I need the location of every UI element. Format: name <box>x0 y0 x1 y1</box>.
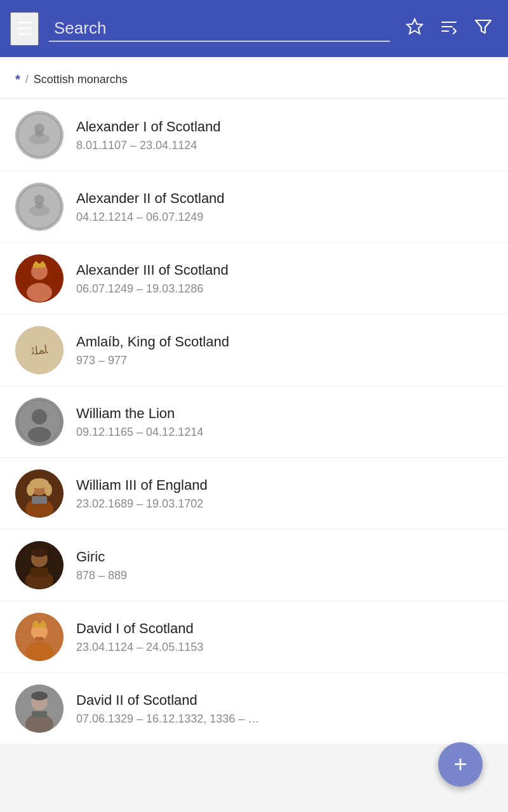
svg-text:ﺎﻤﻠﺋ: ﺎﻤﻠﺋ <box>30 343 49 357</box>
item-dates: 23.04.1124 – 24.05.1153 <box>76 641 493 654</box>
item-name: David II of Scotland <box>76 692 493 709</box>
item-dates: 973 – 977 <box>76 354 493 367</box>
list-item[interactable]: ﺎﻤﻠﺋ Amlaíb, King of Scotland 973 – 977 <box>0 315 508 386</box>
avatar <box>15 398 64 446</box>
list-item[interactable]: William III of England 23.02.1689 – 19.0… <box>0 458 508 530</box>
search-input[interactable] <box>49 16 390 42</box>
svg-rect-43 <box>35 637 44 641</box>
svg-marker-4 <box>476 20 491 33</box>
list-item[interactable]: Giric 878 – 889 <box>0 530 508 601</box>
item-dates: 8.01.1107 – 23.04.1124 <box>76 139 493 152</box>
svg-point-31 <box>27 483 34 496</box>
svg-point-9 <box>35 131 44 137</box>
item-name: William III of England <box>76 477 493 494</box>
breadcrumb-current: Scottish monarchs <box>34 73 128 86</box>
item-info: Alexander I of Scotland 8.01.1107 – 23.0… <box>76 119 493 152</box>
item-info: David II of Scotland 07.06.1329 – 16.12.… <box>76 692 493 726</box>
header-actions <box>400 12 498 46</box>
item-info: William the Lion 09.12.1165 – 04.12.1214 <box>76 405 493 439</box>
svg-point-25 <box>28 427 51 442</box>
add-icon: + <box>453 751 467 778</box>
svg-rect-29 <box>32 496 47 504</box>
item-info: Alexander II of Scotland 04.12.1214 – 06… <box>76 190 493 224</box>
svg-marker-0 <box>407 19 422 34</box>
filter-icon <box>474 17 493 41</box>
list-item[interactable]: William the Lion 09.12.1165 – 04.12.1214 <box>0 386 508 458</box>
list-item[interactable]: Alexander III of Scotland 06.07.1249 – 1… <box>0 243 508 315</box>
favorite-button[interactable] <box>400 12 429 46</box>
item-name: Giric <box>76 549 493 565</box>
star-icon <box>405 17 424 41</box>
menu-button[interactable]: ☰ <box>10 12 39 46</box>
item-info: Amlaíb, King of Scotland 973 – 977 <box>76 334 493 367</box>
svg-rect-48 <box>32 711 47 717</box>
item-dates: 04.12.1214 – 06.07.1249 <box>76 211 493 224</box>
item-dates: 09.12.1165 – 04.12.1214 <box>76 426 493 439</box>
svg-rect-37 <box>30 568 48 577</box>
hamburger-icon: ☰ <box>17 19 32 39</box>
list-item[interactable]: David I of Scotland 23.04.1124 – 24.05.1… <box>0 601 508 673</box>
breadcrumb-root[interactable]: * <box>15 72 20 87</box>
svg-point-24 <box>32 409 47 424</box>
item-info: William III of England 23.02.1689 – 19.0… <box>76 477 493 511</box>
item-dates: 07.06.1329 – 16.12.1332, 1336 – … <box>76 712 493 726</box>
sort-icon <box>439 17 458 41</box>
item-name: Alexander III of Scotland <box>76 262 493 278</box>
add-button[interactable]: + <box>438 742 483 787</box>
avatar <box>15 613 64 661</box>
list-item[interactable]: Alexander I of Scotland 8.01.1107 – 23.0… <box>0 100 508 171</box>
breadcrumb: * / Scottish monarchs <box>0 57 508 97</box>
svg-point-14 <box>35 202 44 209</box>
avatar <box>15 469 64 518</box>
item-dates: 878 – 889 <box>76 569 493 582</box>
avatar <box>15 111 64 159</box>
svg-point-47 <box>31 691 48 700</box>
item-dates: 23.02.1689 – 19.03.1702 <box>76 497 493 511</box>
item-name: Alexander I of Scotland <box>76 119 493 135</box>
item-info: David I of Scotland 23.04.1124 – 24.05.1… <box>76 620 493 654</box>
item-name: Alexander II of Scotland <box>76 190 493 207</box>
svg-point-17 <box>27 283 52 302</box>
monarch-list: Alexander I of Scotland 8.01.1107 – 23.0… <box>0 100 508 745</box>
item-info: Alexander III of Scotland 06.07.1249 – 1… <box>76 262 493 296</box>
avatar: ﺎﻤﻠﺋ <box>15 326 64 374</box>
item-dates: 06.07.1249 – 19.03.1286 <box>76 282 493 296</box>
list-item[interactable]: David II of Scotland 07.06.1329 – 16.12.… <box>0 673 508 745</box>
svg-rect-41 <box>32 624 46 627</box>
avatar <box>15 183 64 231</box>
item-name: William the Lion <box>76 405 493 422</box>
avatar <box>15 684 64 733</box>
svg-point-36 <box>31 548 48 557</box>
item-name: David I of Scotland <box>76 620 493 637</box>
item-name: Amlaíb, King of Scotland <box>76 334 493 350</box>
list-item[interactable]: Alexander II of Scotland 04.12.1214 – 06… <box>0 171 508 243</box>
svg-point-32 <box>44 483 52 496</box>
svg-rect-18 <box>33 265 46 268</box>
avatar <box>15 541 64 589</box>
avatar <box>15 254 64 303</box>
sort-button[interactable] <box>434 12 464 46</box>
item-info: Giric 878 – 889 <box>76 549 493 582</box>
breadcrumb-separator: / <box>25 73 29 86</box>
app-header: ☰ <box>0 0 508 57</box>
filter-button[interactable] <box>469 12 498 46</box>
